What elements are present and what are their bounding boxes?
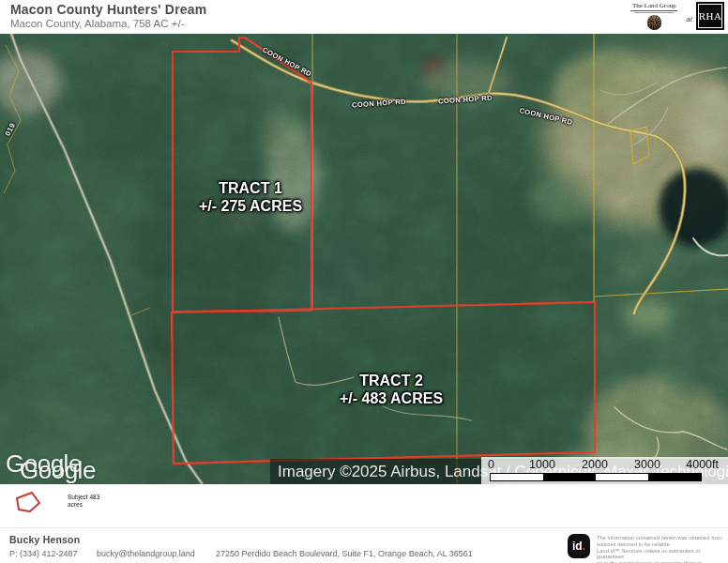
- footer: Bucky Henson P: (334) 412-2487 bucky@the…: [0, 527, 728, 563]
- satellite-map: TRACT 1 +/- 275 ACRES TRACT 2 +/- 483 AC…: [0, 34, 728, 484]
- rha-logo: RHA: [696, 2, 724, 30]
- tract1-label: TRACT 1 +/- 275 ACRES: [199, 179, 302, 215]
- land-group-logo-rule2: [634, 12, 674, 13]
- tract2-label: TRACT 2 +/- 483 ACRES: [340, 372, 443, 407]
- legend-label: Subject 483 acres: [68, 494, 99, 509]
- land-group-logo-text: The Land Group: [632, 2, 676, 9]
- subject-parcel-icon: [13, 491, 43, 515]
- office-address: 27250 Perdido Beach Boulevard, Suite F1,…: [216, 549, 473, 558]
- scale-seg-1: [491, 474, 543, 480]
- disclaimer-line1: The information contained herein was obt…: [597, 535, 726, 541]
- land-listing-page: Macon County Hunters' Dream Macon County…: [0, 0, 728, 563]
- rha-logo-text: RHA: [699, 10, 722, 22]
- scale-seg-4: [648, 474, 701, 480]
- scale-bar-segments: [490, 473, 702, 481]
- google-watermark-2: Google: [20, 456, 96, 484]
- header-logos: The Land Group at RHA: [626, 2, 724, 30]
- land-group-logo-rule: [630, 10, 677, 11]
- tract1-name: TRACT 1: [199, 179, 302, 197]
- land-group-logo: The Land Group: [626, 2, 682, 30]
- logo-at-text: at: [686, 15, 692, 23]
- tract2-acres: +/- 483 ACRES: [340, 389, 443, 407]
- land-id-logo-dot: .: [583, 540, 585, 553]
- scale-tick-4000: 4000ft: [686, 458, 719, 471]
- page-title: Macon County Hunters' Dream: [10, 2, 206, 17]
- scale-seg-2: [543, 474, 596, 480]
- disclaimer: The information contained herein was obt…: [597, 535, 726, 563]
- scale-tick-3000: 3000: [634, 458, 660, 471]
- legend-strip: Subject 483 acres: [0, 484, 728, 527]
- scale-tick-2000: 2000: [582, 458, 608, 471]
- land-id-logo: id.: [568, 534, 590, 558]
- disclaimer-line2: sources deemed to be reliable.: [597, 541, 726, 548]
- scale-tick-0: 0: [488, 458, 494, 471]
- agent-name: Bucky Henson: [9, 534, 80, 545]
- page-subtitle: Macon County, Alabama, 758 AC +/-: [10, 18, 185, 29]
- tract2-name: TRACT 2: [340, 372, 443, 389]
- pinecone-icon: [647, 15, 661, 30]
- header: Macon County Hunters' Dream Macon County…: [0, 0, 728, 34]
- legend-line2: acres: [68, 501, 99, 509]
- agent-email: bucky@thelandgroup.land: [97, 549, 195, 558]
- disclaimer-line3: Land id™ Services makes no warranties or…: [597, 548, 726, 561]
- scale-bar: 0 1000 2000 3000 4000ft: [481, 457, 728, 484]
- tract1-acres: +/- 275 ACRES: [199, 197, 302, 215]
- agent-phone: P: (334) 412-2487: [9, 549, 78, 558]
- legend-line1: Subject 483: [68, 494, 99, 501]
- land-id-logo-text: id: [572, 540, 583, 553]
- scale-tick-1000: 1000: [529, 458, 555, 471]
- scale-seg-3: [596, 474, 648, 480]
